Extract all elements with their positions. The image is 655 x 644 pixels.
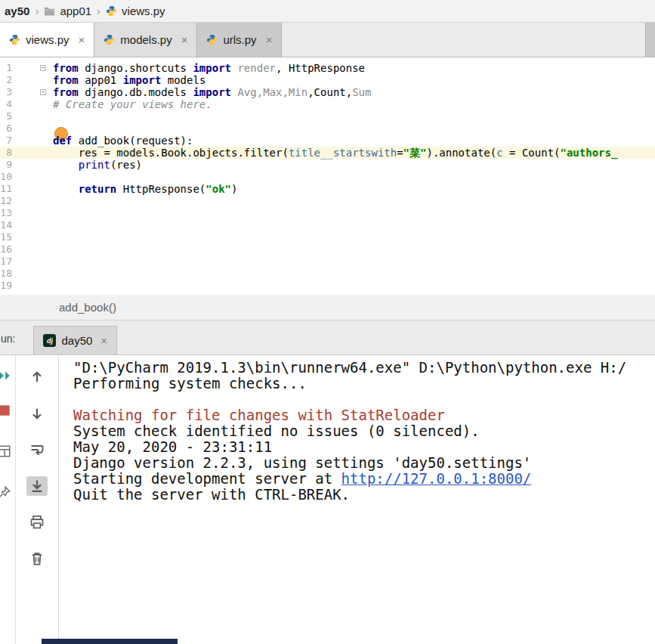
soft-wrap-button[interactable] [26, 440, 48, 460]
code-token: from [53, 86, 79, 98]
code-line [53, 280, 655, 292]
code-line [53, 207, 655, 219]
soft-wrap-icon [29, 442, 45, 457]
line-number: 6 [0, 122, 12, 135]
code-token: "authors_ [560, 147, 617, 159]
run-tab-day50[interactable]: dj day50 × [33, 326, 117, 355]
tab-views-py[interactable]: views.py × [0, 23, 94, 57]
code-token: import [193, 62, 231, 74]
line-number: 14 [0, 219, 12, 231]
code-line [53, 122, 655, 135]
close-icon[interactable]: × [266, 33, 273, 46]
console-line: System check identified no issues (0 sil… [73, 423, 655, 439]
run-panel-label: un: [0, 333, 20, 355]
scroll-up-button[interactable] [26, 367, 48, 387]
console-text: Performing system checks... [73, 375, 307, 392]
console-line: May 20, 2020 - 23:31:11 [73, 439, 655, 455]
run-panel-header: un: dj day50 × [0, 320, 655, 355]
tab-label: views.py [26, 33, 70, 46]
tab-scroll-area[interactable] [645, 23, 655, 57]
close-icon[interactable]: × [181, 33, 188, 46]
line-number: 5 [0, 110, 12, 122]
stop-icon[interactable] [0, 404, 11, 417]
context-function-name[interactable]: add_book() [59, 301, 116, 314]
tab-label: models.py [120, 33, 171, 46]
code-token: return [79, 183, 117, 195]
run-console: "D:\PyCharm 2019.1.3\bin\runnerw64.exe" … [0, 355, 655, 644]
print-button[interactable] [26, 512, 48, 532]
tab-urls-py[interactable]: urls.py × [197, 23, 282, 57]
breadcrumb-item-day50[interactable]: ay50 [2, 5, 32, 17]
console-text: May 20, 2020 - 23:31:11 [73, 438, 272, 455]
close-icon[interactable]: × [100, 334, 107, 347]
line-number: 8 [0, 147, 12, 159]
code-token: ,Count, [307, 86, 352, 98]
rerun-icon[interactable] [0, 369, 11, 382]
code-token [53, 159, 79, 171]
code-token: # Create your views here. [53, 98, 212, 110]
pin-icon[interactable] [0, 485, 11, 499]
code-token: "ok" [205, 183, 231, 195]
code-token: res = models.Book.objects.filter( [53, 147, 289, 159]
code-token: add_book(request): [72, 135, 193, 147]
bottom-dark-strip [42, 639, 178, 644]
code-token: Avg,Max,Min [231, 86, 307, 98]
console-line: Performing system checks... [73, 376, 655, 392]
code-token: title__startswith [289, 147, 397, 159]
editor-code[interactable]: from django.shortcuts import render, Htt… [47, 57, 655, 295]
editor-gutter[interactable]: 12345678910111213141516171819 [0, 57, 47, 295]
code-token: def [53, 135, 72, 147]
code-token: , HttpResponse [276, 62, 365, 74]
code-token: Sum [352, 86, 371, 98]
code-token: render [231, 62, 276, 74]
down-arrow-icon [29, 406, 45, 421]
breadcrumb: ay50 › app01 › views.py [0, 0, 655, 23]
code-editor: 12345678910111213141516171819 from djang… [0, 57, 655, 295]
code-line [53, 255, 655, 268]
python-icon [104, 34, 115, 45]
scroll-to-end-button[interactable] [26, 476, 48, 496]
code-line: return HttpResponse("ok") [53, 183, 655, 195]
console-output[interactable]: "D:\PyCharm 2019.1.3\bin\runnerw64.exe" … [59, 355, 655, 644]
chevron-right-icon: › [94, 5, 103, 17]
code-token: "菜" [403, 147, 427, 159]
line-number: 19 [0, 280, 12, 292]
clear-console-button[interactable] [26, 549, 48, 568]
editor-tab-bar: views.py × models.py × urls.py × [0, 23, 655, 57]
line-number: 12 [0, 195, 12, 207]
line-number: 10 [0, 171, 12, 183]
django-icon: dj [43, 334, 56, 347]
line-number: 13 [0, 207, 12, 219]
code-line: from django.db.models import Avg,Max,Min… [53, 86, 655, 98]
console-text: Starting development server at [73, 470, 341, 487]
breadcrumb-item-app01[interactable]: app01 [41, 5, 94, 17]
code-token: (res) [110, 159, 142, 171]
code-line: def add_book(request): [53, 135, 655, 147]
fold-marker-icon[interactable] [40, 89, 46, 95]
tab-models-py[interactable]: models.py × [94, 23, 197, 57]
line-number: 15 [0, 231, 12, 243]
code-token: = [397, 147, 403, 159]
breadcrumb-item-views-py[interactable]: views.py [103, 5, 168, 17]
code-line [53, 171, 655, 183]
console-text: Quit the server with CTRL-BREAK. [73, 486, 350, 503]
console-line [73, 392, 655, 407]
run-tab-label: day50 [61, 334, 92, 347]
python-icon [206, 34, 218, 45]
tab-label: urls.py [223, 33, 256, 46]
console-line: Starting development server at http://12… [73, 471, 655, 487]
close-icon[interactable]: × [79, 33, 85, 46]
fold-marker-icon[interactable] [40, 65, 46, 71]
code-token: import [123, 74, 162, 86]
code-line [53, 268, 655, 280]
restore-layout-icon[interactable] [0, 444, 11, 458]
code-token: c [496, 147, 502, 159]
python-icon [106, 5, 117, 17]
console-link[interactable]: http://127.0.0.1:8000/ [341, 470, 532, 487]
trash-icon [29, 551, 45, 566]
console-line: Quit the server with CTRL-BREAK. [73, 487, 655, 503]
code-line: from app01 import models [53, 74, 655, 86]
line-number: 9 [0, 159, 12, 171]
breadcrumb-label: ay50 [5, 5, 29, 17]
scroll-down-button[interactable] [26, 404, 48, 423]
